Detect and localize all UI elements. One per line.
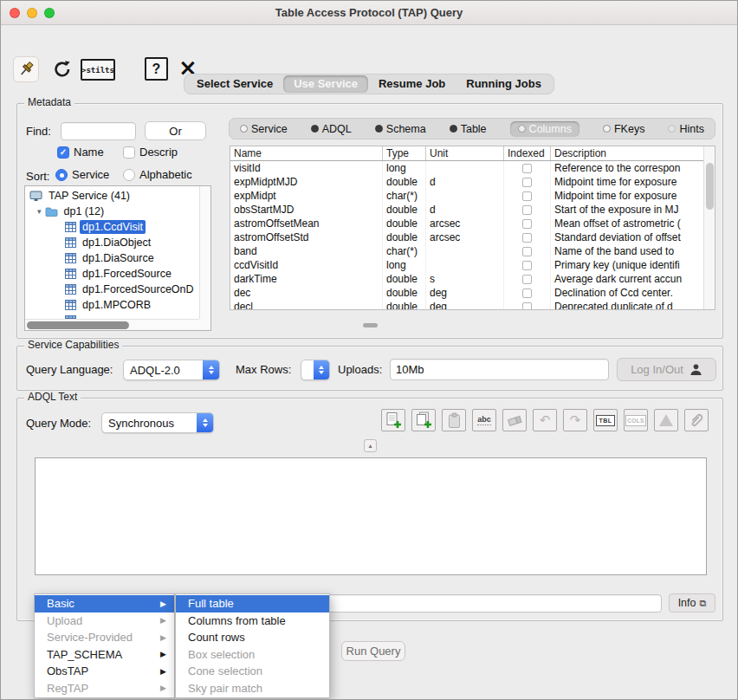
run-query-button[interactable]: Run Query xyxy=(341,641,405,661)
menu-item-basic[interactable]: Basic ▶ xyxy=(35,595,174,612)
table-row[interactable]: dec double deg Declination of Ccd center… xyxy=(230,286,703,300)
table-row[interactable]: darkTime double s Average dark current a… xyxy=(230,272,703,286)
table-row[interactable]: band char(*) Name of the band used to xyxy=(230,244,703,258)
sort-alphabetic-radio[interactable]: Alphabetic xyxy=(123,168,192,181)
tree-horizontal-scrollbar-thumb[interactable] xyxy=(27,321,129,329)
submenu-item-count-rows[interactable]: Count rows xyxy=(176,629,329,646)
sort-service-radio[interactable]: Service xyxy=(55,168,109,181)
tree-item-tap-service[interactable]: TAP Service (41) xyxy=(25,188,199,204)
indexed-checkbox[interactable] xyxy=(522,247,532,256)
sort-label: Sort: xyxy=(26,170,49,183)
query-mode-select[interactable]: Synchronous xyxy=(101,412,214,433)
table-row[interactable]: visitId long Reference to the correspon xyxy=(230,161,703,175)
indexed-checkbox[interactable] xyxy=(522,178,532,187)
tree-horizontal-scrollbar[interactable] xyxy=(25,319,199,330)
tree-scrollbar-corner xyxy=(199,319,210,330)
uploads-input[interactable] xyxy=(390,359,609,380)
warning-triangle-icon xyxy=(659,414,673,426)
tree-item-dp1-diaobject[interactable]: dp1.DiaObject xyxy=(25,235,199,250)
indexed-checkbox[interactable] xyxy=(522,164,532,173)
tab-resume-job[interactable]: Resume Job xyxy=(368,75,456,93)
column-header-type[interactable]: Type xyxy=(383,146,426,160)
view-tab-fkeys[interactable]: FKeys xyxy=(603,123,644,135)
adql-text-section: ADQL Text Query Mode: Synchronous xyxy=(16,398,723,621)
panel-toggle-button[interactable]: ▴ xyxy=(364,439,377,452)
tbl-icon: TBL xyxy=(596,415,614,426)
tree-item-dp1-ccdvisit[interactable]: dp1.CcdVisit xyxy=(25,219,199,235)
tree-vertical-scrollbar[interactable] xyxy=(199,186,210,319)
radio-icon xyxy=(603,125,611,133)
submenu-item-columns-from-table[interactable]: Columns from table xyxy=(176,612,329,630)
table-row[interactable]: astromOffsetStd double arcsec Standard d… xyxy=(230,230,703,244)
submenu-item-sky-pair-match: Sky pair match xyxy=(176,680,329,697)
disclosure-triangle-icon[interactable]: ▾ xyxy=(37,207,42,216)
indexed-checkbox[interactable] xyxy=(522,205,532,215)
indexed-checkbox[interactable] xyxy=(522,261,532,270)
tree-item-dp1-mpcorb[interactable]: dp1.MPCORB xyxy=(25,297,199,313)
tab-use-service[interactable]: Use Service xyxy=(283,75,368,93)
column-header-name[interactable]: Name xyxy=(230,146,383,160)
table-row[interactable]: obsStartMJD double d Start of the exposu… xyxy=(230,203,703,217)
submenu-item-full-table[interactable]: Full table xyxy=(176,595,329,612)
table-row[interactable]: ccdVisitId long Primary key (unique iden… xyxy=(230,258,703,272)
query-language-select[interactable]: ADQL-2.0 xyxy=(123,360,220,380)
eraser-icon xyxy=(507,414,523,427)
table-row[interactable]: astromOffsetMean double arcsec Mean offs… xyxy=(230,217,703,230)
service-icon xyxy=(29,191,42,202)
tab-select-service[interactable]: Select Service xyxy=(186,75,283,93)
column-header-indexed[interactable]: Indexed xyxy=(504,146,551,160)
column-header-description[interactable]: Description xyxy=(551,146,703,160)
close-window-button[interactable] xyxy=(10,8,20,18)
tree-item-dp1-diasource[interactable]: dp1.DiaSource xyxy=(25,250,199,266)
table-row[interactable]: expMidptMJD double d Midpoint time for e… xyxy=(230,175,703,189)
examples-menu: Basic ▶ Upload ▶ Service-Provided ▶ TAP_… xyxy=(34,593,175,698)
tab-running-jobs[interactable]: Running Jobs xyxy=(456,75,552,93)
login-button[interactable]: Log In/Out xyxy=(617,358,716,381)
menu-item-service-provided: Service-Provided ▶ xyxy=(35,629,174,646)
redo-button: ↷ xyxy=(563,409,587,431)
max-rows-label: Max Rows: xyxy=(236,363,291,376)
indexed-checkbox[interactable] xyxy=(522,191,532,201)
view-tab-hints[interactable]: Hints xyxy=(668,123,703,135)
view-tab-adql[interactable]: ADQL xyxy=(311,123,352,135)
adql-text-area[interactable] xyxy=(35,457,707,575)
metadata-view-tabs: Service ADQL Schema Table Columns FKeys xyxy=(229,118,715,139)
view-tab-service[interactable]: Service xyxy=(240,123,288,135)
insert-table-name-button[interactable]: TBL xyxy=(593,409,618,431)
view-tab-table[interactable]: Table xyxy=(450,123,487,135)
tree-item-dp1[interactable]: ▾ dp1 (12) xyxy=(25,204,199,219)
info-button[interactable]: Info ⧉ xyxy=(669,593,715,612)
menu-item-tap-schema[interactable]: TAP_SCHEMA ▶ xyxy=(35,646,174,664)
edit-text-button[interactable]: abc xyxy=(472,409,496,431)
tree-item-dp1-forcedsource[interactable]: dp1.ForcedSource xyxy=(25,266,199,282)
view-tab-columns[interactable]: Columns xyxy=(510,121,579,137)
table-row-partial[interactable]: decl double deg Deprecated duplicate of … xyxy=(230,300,703,309)
indexed-checkbox[interactable] xyxy=(522,275,532,284)
name-filter-checkbox[interactable]: ✓ Name xyxy=(57,146,104,159)
or-button[interactable]: Or xyxy=(145,121,206,140)
add-example-button[interactable] xyxy=(381,409,405,431)
table-vertical-scrollbar[interactable] xyxy=(703,146,715,309)
descrip-filter-checkbox[interactable]: Descrip xyxy=(123,146,178,159)
minimize-window-button[interactable] xyxy=(27,8,37,18)
tree-item-dp1-forcedsourceondia[interactable]: dp1.ForcedSourceOnD xyxy=(25,282,199,297)
table-icon xyxy=(65,237,76,248)
max-rows-spinner[interactable] xyxy=(301,360,330,380)
indexed-checkbox[interactable] xyxy=(522,288,532,298)
zoom-window-button[interactable] xyxy=(44,8,55,18)
menu-item-obstap[interactable]: ObsTAP ▶ xyxy=(35,663,174,680)
indexed-checkbox[interactable] xyxy=(522,302,532,310)
add-multi-example-button[interactable] xyxy=(411,409,436,431)
table-horizontal-scrollbar-thumb[interactable] xyxy=(363,323,378,327)
dropdown-stepper-icon xyxy=(197,413,213,432)
table-vertical-scrollbar-thumb[interactable] xyxy=(706,163,714,210)
column-header-unit[interactable]: Unit xyxy=(426,146,504,160)
view-tab-schema[interactable]: Schema xyxy=(375,123,426,135)
indexed-checkbox[interactable] xyxy=(522,219,532,229)
indexed-checkbox[interactable] xyxy=(522,233,532,243)
query-mode-label: Query Mode: xyxy=(26,417,91,430)
submenu-arrow-icon: ▶ xyxy=(160,633,168,642)
find-input[interactable] xyxy=(61,122,136,140)
table-row[interactable]: expMidpt char(*) Midpoint time for expos… xyxy=(230,189,703,203)
columns-table-header: Name Type Unit Indexed Description xyxy=(230,146,703,161)
